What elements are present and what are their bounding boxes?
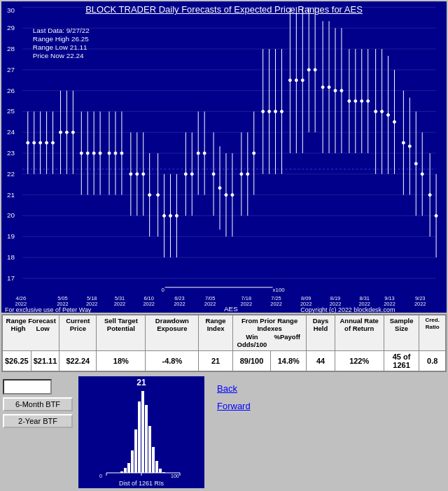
chart-svg: Last Data: 9/27/22 Range High 26.25 Rang… <box>1 1 447 313</box>
svg-point-126 <box>340 90 343 92</box>
svg-point-84 <box>197 152 200 155</box>
svg-point-122 <box>328 86 330 89</box>
svg-text:19: 19 <box>7 232 15 240</box>
svg-point-146 <box>408 145 411 148</box>
header-current-price: Current Price <box>59 315 97 351</box>
svg-point-38 <box>39 141 42 144</box>
svg-text:18: 18 <box>7 253 15 261</box>
cell-win-odds: 89/100 <box>232 350 270 371</box>
svg-point-110 <box>288 79 291 82</box>
svg-text:2022: 2022 <box>270 301 282 307</box>
svg-rect-198 <box>152 447 155 473</box>
svg-text:0: 0 <box>162 287 165 293</box>
cell-payoff: 14.8% <box>271 350 307 371</box>
svg-text:17: 17 <box>7 274 15 282</box>
svg-point-42 <box>52 141 55 144</box>
svg-text:2022: 2022 <box>241 301 253 307</box>
back-link[interactable]: Back <box>217 383 251 394</box>
svg-point-64 <box>130 173 132 176</box>
cell-drawdown: -4.8% <box>146 350 199 371</box>
svg-rect-196 <box>145 405 148 473</box>
svg-text:2022: 2022 <box>414 301 426 307</box>
svg-text:26: 26 <box>7 87 15 94</box>
svg-point-88 <box>212 173 215 176</box>
forward-link[interactable]: Forward <box>217 401 251 411</box>
svg-text:Copyright (c) 2022 blockdesk.c: Copyright (c) 2022 blockdesk.com <box>300 306 395 313</box>
svg-text:30: 30 <box>7 6 15 14</box>
svg-text:Last Data: 9/27/22: Last Data: 9/27/22 <box>33 27 90 34</box>
svg-rect-194 <box>138 401 141 473</box>
cell-range-high: $26.25 <box>3 350 31 371</box>
svg-point-40 <box>46 141 48 144</box>
svg-point-116 <box>307 69 310 71</box>
svg-rect-191 <box>127 463 130 473</box>
svg-point-60 <box>114 152 117 155</box>
svg-text:0: 0 <box>99 474 102 478</box>
svg-point-112 <box>295 79 298 82</box>
btf-2year-button[interactable]: 2-Year BTF <box>3 414 73 428</box>
svg-point-94 <box>231 194 234 197</box>
svg-rect-199 <box>155 461 158 473</box>
cell-current-price: $22.24 <box>59 350 97 371</box>
svg-point-82 <box>190 173 193 176</box>
svg-point-50 <box>80 152 83 155</box>
svg-point-66 <box>136 173 139 176</box>
svg-text:AES: AES <box>224 305 238 313</box>
svg-point-152 <box>428 194 431 197</box>
svg-text:2022: 2022 <box>114 301 126 307</box>
svg-point-48 <box>71 131 74 134</box>
nav-links: Back Forward <box>210 376 251 411</box>
svg-point-128 <box>348 100 351 103</box>
svg-text:Range Low  21.11: Range Low 21.11 <box>33 43 88 51</box>
svg-point-114 <box>301 79 304 82</box>
svg-text:22: 22 <box>7 170 15 178</box>
cell-sample-size: 45 of 1261 <box>384 350 419 371</box>
svg-point-34 <box>27 141 29 144</box>
svg-point-134 <box>367 100 370 103</box>
cell-annual-rate: 122% <box>335 350 384 371</box>
svg-point-54 <box>92 152 95 155</box>
svg-text:Range High 26.25: Range High 26.25 <box>33 35 89 43</box>
svg-point-72 <box>157 194 160 197</box>
svg-point-58 <box>108 152 111 155</box>
histogram-svg: 0 100 <box>78 387 204 478</box>
svg-point-62 <box>120 152 123 155</box>
svg-rect-193 <box>134 429 137 473</box>
svg-point-80 <box>184 173 187 176</box>
svg-point-118 <box>314 69 316 71</box>
svg-point-108 <box>280 110 283 113</box>
svg-text:28: 28 <box>7 45 15 52</box>
btf-input[interactable] <box>3 379 52 394</box>
svg-point-76 <box>169 214 172 217</box>
svg-text:29: 29 <box>7 24 15 31</box>
svg-point-44 <box>59 131 62 134</box>
svg-point-120 <box>321 86 324 89</box>
svg-point-98 <box>246 173 249 176</box>
svg-point-144 <box>402 141 405 144</box>
cell-range-low: $21.11 <box>31 350 59 371</box>
svg-text:23: 23 <box>7 149 15 157</box>
svg-rect-195 <box>141 391 144 473</box>
header-sell-target: Sell Target Potential <box>97 315 146 351</box>
svg-point-132 <box>360 100 363 103</box>
svg-point-154 <box>435 214 438 217</box>
btf-6month-button[interactable]: 6-Month BTF <box>3 397 73 411</box>
svg-point-106 <box>274 110 277 113</box>
svg-text:25: 25 <box>7 107 15 115</box>
svg-point-142 <box>393 120 396 123</box>
cell-sell-target: 18% <box>97 350 146 371</box>
chart-area: BLOCK TRADER Daily Forecasts of Expected… <box>1 1 447 313</box>
svg-point-102 <box>262 110 265 113</box>
svg-point-36 <box>33 141 36 144</box>
cell-days-held: 44 <box>307 350 335 371</box>
svg-text:100: 100 <box>171 474 179 478</box>
svg-text:x100: x100 <box>273 287 286 293</box>
cell-cred-ratio: 0.8 <box>419 350 446 371</box>
svg-point-96 <box>240 173 243 176</box>
header-cred-ratio: Cred. Ratio <box>419 315 446 351</box>
svg-point-124 <box>334 90 337 92</box>
svg-point-104 <box>268 110 271 113</box>
header-drawdown: Drawdown Exposure <box>146 315 199 351</box>
svg-rect-192 <box>131 450 134 473</box>
svg-point-100 <box>253 152 255 155</box>
